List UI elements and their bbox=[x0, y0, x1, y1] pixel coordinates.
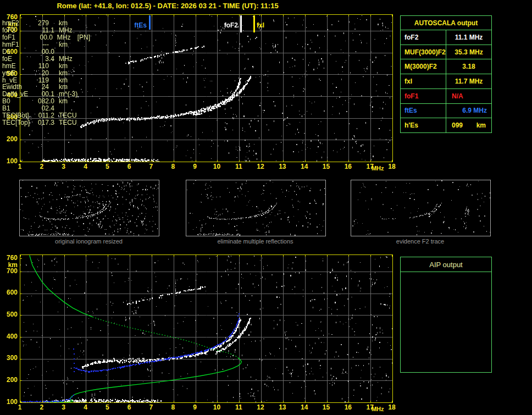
aip-value-int: 00 bbox=[31, 34, 47, 41]
x-axis-tick-label: 1 bbox=[12, 163, 27, 170]
aip-row-label: hmF2 bbox=[2, 20, 33, 27]
aip-value-int: 279 bbox=[33, 20, 49, 27]
aip-row-unit: TECU bbox=[59, 119, 80, 126]
autoscala-output-table: AUTOSCALA output foF2 11.1 MHz MUF(3000)… bbox=[400, 15, 492, 133]
aip-row-value: 279 bbox=[33, 20, 59, 27]
x-axis-tick-label: 8 bbox=[165, 404, 181, 411]
aip-row-value: 017.3 bbox=[33, 119, 59, 126]
aip-output-rows: hmF2 279 km foF2 11.1 MHz foF1 00.0 MHz … bbox=[2, 20, 90, 126]
aip-row-unit: km bbox=[59, 41, 80, 48]
row-label: foF1 bbox=[401, 89, 446, 103]
row-label: foF2 bbox=[401, 30, 446, 45]
thumbnail-f2-trace bbox=[351, 180, 491, 236]
aip-value-frac: .0 bbox=[49, 48, 59, 56]
table-row: M(3000)F2 3.18 bbox=[401, 59, 491, 74]
aip-row-value: --- bbox=[33, 41, 59, 48]
row-value: 35.3 MHz bbox=[446, 48, 491, 56]
aip-value-frac: .3 bbox=[49, 119, 59, 126]
aip-row: hmF2 279 km bbox=[2, 20, 90, 27]
x-axis-tick-label: 1 bbox=[12, 404, 27, 411]
aip-row-label: foF1 bbox=[2, 34, 31, 41]
aip-row-unit: MHz bbox=[59, 56, 80, 63]
autoscala-screen: Rome (lat: +41.8, lon: 012.5) - DATE: 20… bbox=[0, 0, 532, 415]
thumbnail-cleaned-ionogram bbox=[186, 180, 326, 236]
aip-value-frac bbox=[49, 70, 59, 77]
aip-value-frac: .0 bbox=[47, 34, 57, 41]
table-row: h'Es 099 km bbox=[401, 118, 491, 132]
x-axis-tick-label: 2 bbox=[34, 163, 49, 170]
y-axis-tick-label: 600 bbox=[0, 289, 18, 296]
aip-row-value: 11.1 bbox=[33, 27, 59, 34]
aip-value-int: 3 bbox=[33, 56, 49, 63]
aip-row-value: 110 bbox=[33, 63, 59, 70]
aip-row-value: 00.0 bbox=[33, 48, 59, 56]
thumbnail-caption: evidence F2 trace bbox=[351, 238, 490, 245]
aip-row: ymE 20 km bbox=[2, 70, 90, 77]
aip-value-frac bbox=[49, 20, 59, 27]
x-axis-tick-label: 3 bbox=[56, 404, 71, 411]
aip-row-unit: MHz bbox=[57, 34, 77, 41]
aip-row-extra: [PN] bbox=[77, 34, 90, 41]
aip-row-unit: km bbox=[59, 70, 80, 77]
thumbnail-canvas bbox=[186, 180, 325, 236]
thumbnail-canvas bbox=[351, 180, 490, 236]
plot-frame bbox=[20, 254, 393, 403]
aip-header: AIP output bbox=[401, 257, 491, 272]
thumbnail-canvas bbox=[20, 180, 159, 236]
aip-value-frac: .4 bbox=[49, 56, 59, 63]
x-axis-tick-label: 6 bbox=[121, 404, 137, 411]
x-axis-tick-label: 13 bbox=[275, 404, 290, 411]
x-axis-tick-label: 7 bbox=[143, 404, 159, 411]
table-row: ftEs 6.9 MHz bbox=[401, 104, 491, 119]
row-label: M(3000)F2 bbox=[401, 59, 446, 74]
x-axis-tick-label: 13 bbox=[275, 163, 290, 170]
aip-value-int: 20 bbox=[33, 70, 49, 77]
x-axis-unit-label: MHz bbox=[372, 165, 384, 171]
y-axis-tick-label: 760 bbox=[0, 254, 18, 262]
x-axis-tick-label: 14 bbox=[297, 163, 312, 170]
x-axis-tick-label: 10 bbox=[209, 163, 224, 170]
x-axis-tick-label: 16 bbox=[340, 163, 356, 170]
x-axis-tick-label: 18 bbox=[384, 163, 400, 170]
row-label: h'Es bbox=[401, 118, 446, 132]
x-axis-tick-label: 8 bbox=[165, 163, 181, 170]
x-axis-tick-label: 12 bbox=[253, 404, 268, 411]
thumbnail-caption: eliminate multiple reflections bbox=[186, 238, 325, 245]
x-axis-tick-label: 5 bbox=[99, 163, 115, 170]
aip-value-int: 017 bbox=[33, 119, 49, 126]
aip-row-label: foF2 bbox=[2, 27, 33, 34]
aip-row-label: hmF1 bbox=[2, 41, 33, 48]
aip-row: D1 00.0 bbox=[2, 48, 90, 56]
x-axis-tick-label: 14 bbox=[297, 404, 312, 411]
aip-value-int: 00 bbox=[33, 48, 49, 56]
aip-row-unit: km bbox=[59, 98, 80, 105]
y-axis-tick-label: 300 bbox=[0, 355, 18, 362]
row-value: N/A bbox=[446, 92, 491, 100]
row-unit: km bbox=[476, 121, 491, 129]
aip-value-int: --- bbox=[33, 41, 49, 48]
x-axis-tick-label: 2 bbox=[34, 404, 49, 411]
aip-row-unit bbox=[59, 48, 80, 56]
aip-row-label: TEC[Top] bbox=[2, 119, 33, 126]
x-axis-tick-label: 12 bbox=[253, 163, 268, 170]
y-axis-tick-label: 200 bbox=[0, 136, 18, 143]
x-axis-tick-label: 10 bbox=[209, 404, 224, 411]
x-axis-tick-label: 7 bbox=[143, 163, 159, 170]
thumbnail-caption: original ionogram resized bbox=[19, 238, 158, 245]
aip-row-label: ymE bbox=[2, 70, 33, 77]
row-label: MUF(3000)F2 bbox=[401, 45, 446, 59]
y-axis-tick-label: 500 bbox=[0, 311, 18, 318]
aip-row-value: 3.4 bbox=[33, 56, 59, 63]
row-label: fxI bbox=[401, 74, 446, 88]
aip-row: foE 3.4 MHz bbox=[2, 56, 90, 63]
aip-value-frac bbox=[49, 63, 59, 70]
aip-value-frac bbox=[49, 77, 59, 84]
y-axis-tick-label: 200 bbox=[0, 377, 18, 384]
ionogram-canvas bbox=[20, 255, 392, 402]
aip-row: foF1 00.0 MHz [PN] bbox=[2, 34, 90, 41]
x-axis-tick-label: 6 bbox=[121, 163, 137, 170]
row-label: ftEs bbox=[401, 104, 446, 118]
thumbnail-original-ionogram bbox=[19, 180, 159, 236]
x-axis-tick-label: 4 bbox=[77, 163, 93, 170]
row-value: 099 bbox=[446, 121, 463, 129]
